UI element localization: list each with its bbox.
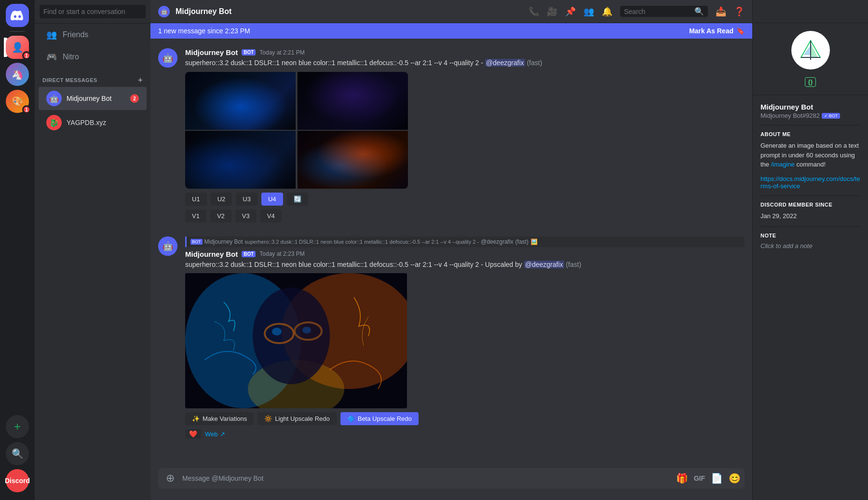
light-upscale-redo-button[interactable]: 🔆 Light Upscale Redo [258,412,336,425]
variation-v2-button[interactable]: V2 [210,209,231,222]
help-icon[interactable]: ❓ [734,6,745,17]
divider-2 [760,195,860,196]
input-actions: 🎁 GIF 📄 😊 [676,472,741,484]
grid-image-2[interactable] [298,72,408,130]
web-link[interactable]: Web ↗ [205,431,225,438]
svg-text:🤖: 🤖 [163,53,174,63]
chat-header-avatar: 🤖 [158,6,170,17]
divider-3 [760,226,860,227]
bot-profile-section: {} [753,23,868,95]
variation-v3-button[interactable]: V3 [235,209,257,222]
note-title: NOTE [760,233,860,238]
imagine-command-link[interactable]: /imagine [771,161,795,168]
mark-as-read-button[interactable]: Mark As Read 🔖 [689,27,745,35]
server-icon-unicorn[interactable]: 🦄 [6,63,29,86]
server-divider [10,31,25,32]
svg-text:🤖: 🤖 [163,241,174,251]
message-text-1: superhero::3.2 dusk::1 DSLR::1 neon blue… [185,58,745,68]
upscale-u4-button[interactable]: U4 [261,193,283,206]
bookmark-icon: 🔖 [736,27,745,35]
yagpdb-avatar: 🐉 [46,115,62,130]
make-variations-button[interactable]: ✨ Make Variations [185,412,254,425]
svg-line-11 [294,332,295,333]
upscale-u2-button[interactable]: U2 [211,193,232,206]
panel-bot-name: Midjourney Bot [760,103,860,111]
banner-text: 1 new message since 2:23 PM [158,27,250,35]
bot-avatar-2: 🤖 [158,236,177,256]
image-icon: 🖼️ [530,238,538,245]
server-sidebar: 👤 1 🦄 🎨 1 + 🔍 Discord [0,0,35,500]
gif-icon[interactable]: GIF [694,474,705,482]
upscale-u1-button[interactable]: U1 [185,193,207,206]
chat-input-box: ⊕ 🎁 GIF 📄 😊 [158,468,745,488]
variation-v4-button[interactable]: V4 [260,209,282,222]
right-panel-content: Midjourney Bot Midjourney Bot#9282 ✓ BOT… [753,95,868,500]
inbox-icon[interactable]: 📥 [716,6,726,17]
gift-icon[interactable]: 🎁 [676,472,688,484]
header-search[interactable]: 🔍 [620,6,708,17]
pin-icon[interactable]: 📌 [565,6,576,17]
sidebar-item-friends[interactable]: 👥 Friends [39,25,147,45]
terms-link[interactable]: https://docs.midjourney.com/docs/terms-o… [760,175,860,190]
members-icon[interactable]: 👥 [583,6,594,17]
server-icon-home[interactable] [6,4,29,27]
chat-input-area: ⊕ 🎁 GIF 📄 😊 [150,468,752,500]
add-attachment-button[interactable]: ⊕ [162,468,178,488]
bot-badge-small: BOT [190,239,203,245]
grid-image-1[interactable] [185,72,296,130]
bot-code-badge: {} [805,77,816,87]
timestamp-2: Today at 2:23 PM [259,250,304,257]
bot-profile-avatar [791,31,830,69]
sticker-icon[interactable]: 📄 [711,472,723,484]
refresh-button[interactable]: 🔄 [287,193,308,206]
friends-icon: 👥 [46,29,57,40]
header-search-input[interactable] [624,8,692,15]
message-header-2: Midjourney Bot BOT Today at 2:23 PM [185,250,745,258]
beta-upscale-icon: 🔷 [347,415,355,422]
upscaled-image[interactable] [185,273,407,408]
explore-button[interactable]: 🔍 [6,442,29,465]
chat-header-actions: 📞 🎥 📌 👥 🔔 🔍 📥 ❓ [529,6,745,17]
video-icon[interactable]: 🎥 [547,6,557,17]
bot-badge-2: BOT [242,251,256,257]
panel-bot-tag: Midjourney Bot#9282 ✓ BOT [760,112,860,119]
midjourney-badge: 2 [130,94,139,103]
main-chat: 🤖 Midjourney Bot 📞 🎥 📌 👥 🔔 🔍 📥 ❓ 1 new m… [150,0,752,500]
message-content-1: Midjourney Bot BOT Today at 2:21 PM supe… [185,48,745,226]
dm-section-header: DIRECT MESSAGES + [35,68,150,86]
right-panel-header [753,0,868,23]
grid-image-3[interactable] [185,131,296,189]
note-field[interactable]: Click to add a note [760,242,860,250]
dm-sidebar: 👥 Friends 🎮 Nitro DIRECT MESSAGES + 🤖 Mi… [35,0,150,500]
upscaled-action-buttons: ✨ Make Variations 🔆 Light Upscale Redo 🔷… [185,412,745,425]
call-icon[interactable]: 📞 [529,6,539,17]
sidebar-item-nitro[interactable]: 🎮 Nitro [39,47,147,67]
add-dm-icon[interactable]: + [138,76,143,84]
dm-item-midjourney[interactable]: 🤖 Midjourney Bot 2 [39,87,147,110]
bell-icon[interactable]: 🔔 [602,6,612,17]
notification-button[interactable]: Discord [6,469,29,492]
beta-upscale-redo-button[interactable]: 🔷 Beta Upscale Redo [340,412,419,425]
message-group-2: 🤖 BOT Midjourney Bot superhero::3.2 dusk… [150,230,752,443]
variation-v1-button[interactable]: V1 [185,209,206,222]
add-server-button[interactable]: + [6,415,29,438]
search-input[interactable] [40,5,146,18]
image-grid-1 [185,72,408,189]
midjourney-avatar: 🤖 [46,91,62,106]
emoji-icon[interactable]: 😊 [729,472,741,484]
member-since-date: Jan 29, 2022 [760,211,860,221]
message-username-1: Midjourney Bot [185,48,238,56]
heart-reaction[interactable]: ❤️ [185,429,201,439]
member-since-title: DISCORD MEMBER SINCE [760,202,860,208]
chat-messages: 🤖 Midjourney Bot BOT Today at 2:21 PM su… [150,39,752,468]
nitro-label: Nitro [63,53,79,61]
midjourney-username: Midjourney Bot [67,95,125,102]
message-header-1: Midjourney Bot BOT Today at 2:21 PM [185,48,745,56]
dm-item-yagpdb[interactable]: 🐉 YAGPDB.xyz [39,111,147,134]
upscale-u3-button[interactable]: U3 [236,193,258,206]
message-username-2: Midjourney Bot [185,250,238,258]
grid-image-4[interactable] [298,131,408,189]
dm-search-bar[interactable] [35,0,150,24]
message-input[interactable] [182,469,672,488]
friends-label: Friends [63,30,88,39]
